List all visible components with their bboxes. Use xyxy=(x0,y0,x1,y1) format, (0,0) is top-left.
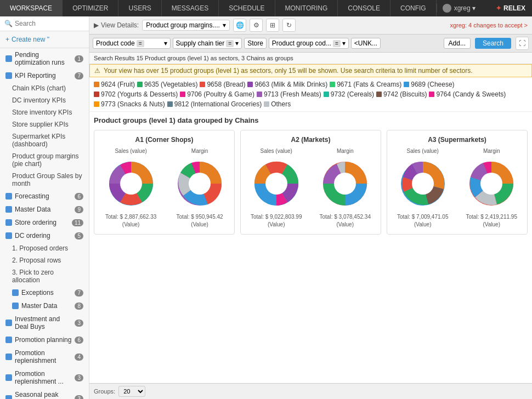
legend-area: 9624 (Fruit) 9635 (Vegetables) 9658 (Bre… xyxy=(89,77,532,112)
sidebar-item-supermarket-kpis[interactable]: Supermarket KPIs (dashboard) xyxy=(0,130,89,150)
groups-select[interactable]: 10 20 50 100 xyxy=(118,386,145,397)
grid-icon-button[interactable]: ⊞ xyxy=(266,19,279,32)
legend-color-dot xyxy=(264,101,269,107)
main-area: 🔍 ⚙ + Create new " Pending optimization … xyxy=(0,16,532,399)
legend-color-dot xyxy=(167,101,173,107)
sidebar-item-promotion-planning[interactable]: Promotion planning 6 xyxy=(0,333,89,346)
legend-item: 9624 (Fruit) xyxy=(94,81,135,88)
nav-tab-workspace[interactable]: WORKSPACE xyxy=(0,0,63,16)
sidebar-item-store-supplier[interactable]: Store supplier KPIs xyxy=(0,118,89,130)
chain-title-a1: A1 (Corner Shops) xyxy=(100,136,229,144)
legend-color-dot xyxy=(404,82,409,87)
warning-text: Your view has over 15 product groups (le… xyxy=(104,67,473,75)
legend-item: 9663 (Milk & Milk Drinks) xyxy=(247,81,327,88)
sidebar-item-count: 9 xyxy=(75,206,83,213)
settings-icon-button[interactable]: ⚙ xyxy=(250,19,263,32)
top-navigation: WORKSPACE OPTIMIZER USERS MESSAGES SCHED… xyxy=(0,0,532,16)
pie-col-margin-a1: Margin Total: $ 950, xyxy=(171,148,229,229)
margin-pie-a2 xyxy=(318,156,372,211)
sidebar-item-chain-kpis[interactable]: Chain KPIs (chart) xyxy=(0,82,89,94)
filter-product-code[interactable]: Product code = ▾ xyxy=(93,38,171,49)
sidebar-item-count: 3 xyxy=(75,320,83,327)
sidebar-item-product-group-sales[interactable]: Product Group Sales by month xyxy=(0,170,89,190)
margin-label-a1: Margin xyxy=(191,148,208,154)
sidebar-item-label: Pending optimization runs xyxy=(15,51,75,66)
create-new-button[interactable]: + Create new " xyxy=(0,31,89,48)
filter-store[interactable]: Store xyxy=(244,38,267,49)
sales-total-a3: Total: $ 7,009,471.05 (Value) xyxy=(393,213,453,229)
create-new-label: Create new " xyxy=(12,36,49,43)
nav-tab-console[interactable]: CONSOLE xyxy=(338,0,390,16)
sidebar-item-promotion-replenishment[interactable]: Promotion replenishment 4 xyxy=(0,346,89,367)
sidebar-item-pending-optimization[interactable]: Pending optimization runs 1 xyxy=(0,48,89,69)
sidebar-item-label: Promotion replenishment ... xyxy=(15,370,75,385)
filter-unk[interactable]: <UNK... xyxy=(351,38,381,49)
filter-supply-chain-tier[interactable]: Supply chain tier = ▾ xyxy=(173,38,242,49)
chart-section: Product groups (level 1) data grouped by… xyxy=(89,112,532,383)
filter-label: Product group cod... xyxy=(272,39,331,47)
sidebar-item-seasonal-peak[interactable]: Seasonal peak planning 3 xyxy=(0,388,89,399)
status-bar: Search Results 15 Product groups (level … xyxy=(89,53,532,64)
sidebar-item-product-group-margins[interactable]: Product group margins (pie chart) xyxy=(0,150,89,170)
legend-color-dot xyxy=(200,82,205,87)
filter-product-group-code[interactable]: Product group cod... = ▾ xyxy=(269,38,349,49)
sidebar-item-forecasting[interactable]: Forecasting 6 xyxy=(0,190,89,203)
sidebar-item-master-data-sub[interactable]: Master Data 8 xyxy=(0,299,89,312)
legend-item-label: 9764 (Candy & Sweets) xyxy=(436,90,506,98)
sidebar-item-dc-inventory[interactable]: DC inventory KPIs xyxy=(0,94,89,106)
refresh-icon-button[interactable]: ↻ xyxy=(282,19,296,32)
plus-icon: + xyxy=(5,36,9,43)
nav-tab-schedule[interactable]: SCHEDULE xyxy=(219,0,275,16)
nav-tab-users[interactable]: USERS xyxy=(118,0,161,16)
nav-tab-monitoring[interactable]: MONITORING xyxy=(275,0,338,16)
folder-icon xyxy=(12,303,19,309)
nav-tab-messages[interactable]: MESSAGES xyxy=(162,0,219,16)
legend-item: 9635 (Vegetables) xyxy=(137,81,197,88)
sidebar-item-investment-deal[interactable]: Investment and Deal Buys 3 xyxy=(0,312,89,333)
filter-bar: Product code = ▾ Supply chain tier = ▾ S… xyxy=(89,35,532,53)
sidebar-item-store-inventory[interactable]: Store inventory KPIs xyxy=(0,106,89,118)
sidebar-item-kpi-reporting[interactable]: KPI Reporting 7 xyxy=(0,69,89,82)
sidebar-item-exceptions[interactable]: Exceptions 7 xyxy=(0,286,89,299)
sidebar-item-pick-to-zero[interactable]: 3. Pick to zero allocation xyxy=(0,266,89,286)
filter-op: = xyxy=(137,40,144,47)
sidebar-item-label: Store supplier KPIs xyxy=(12,121,69,128)
sidebar-item-count: 7 xyxy=(75,72,83,79)
legend-item-label: 9671 (Fats & Creams) xyxy=(337,81,401,88)
sidebar-item-count: 5 xyxy=(75,232,83,240)
pie-row-a3: Sales (value) Total: xyxy=(393,148,522,229)
changes-label[interactable]: xgreg: 4 changes to accept > xyxy=(450,22,528,29)
nav-tab-config[interactable]: CONFIG xyxy=(390,0,437,16)
bottom-bar: Groups: 10 20 50 100 xyxy=(89,383,532,399)
nav-tab-optimizer[interactable]: OPTIMIZER xyxy=(63,0,118,16)
legend-item: 9742 (Biscuits) xyxy=(376,90,427,98)
globe-icon-button[interactable]: 🌐 xyxy=(233,19,246,32)
pie-row-a1: Sales (value) xyxy=(100,148,229,229)
legend-color-dot xyxy=(257,92,262,97)
user-menu[interactable]: xgreg ▾ xyxy=(437,4,481,13)
legend-item-label: 9742 (Biscuits) xyxy=(383,90,427,98)
legend-color-dot xyxy=(324,92,329,97)
sales-label-a3: Sales (value) xyxy=(407,148,439,154)
filter-label: Supply chain tier xyxy=(176,39,225,47)
margin-pie-a1 xyxy=(172,156,227,211)
svg-point-3 xyxy=(189,173,211,195)
legend-item-label: 9658 (Bread) xyxy=(207,81,245,88)
legend-item: 9732 (Cereals) xyxy=(324,90,374,98)
sidebar-item-proposal-rows[interactable]: 2. Proposal rows xyxy=(0,254,89,266)
sidebar-item-proposed-orders[interactable]: 1. Proposed orders xyxy=(0,242,89,254)
sidebar-item-dc-ordering[interactable]: DC ordering 5 xyxy=(0,229,89,242)
sales-pie-a2 xyxy=(249,156,304,211)
search-button[interactable]: Search xyxy=(475,38,511,49)
filter-label: Store xyxy=(247,39,263,47)
sidebar-item-promotion-replenishment-2[interactable]: Promotion replenishment ... 3 xyxy=(0,367,89,388)
search-input[interactable] xyxy=(15,20,89,27)
legend-item-label: Others xyxy=(271,100,291,108)
expand-results-button[interactable]: ⛶ xyxy=(516,37,529,50)
sidebar-item-store-ordering[interactable]: Store ordering 11 xyxy=(0,216,89,229)
view-dropdown[interactable]: Product group margins.... ▾ xyxy=(142,20,230,31)
add-filter-button[interactable]: Add... xyxy=(444,38,471,49)
sidebar-item-label: Product group margins (pie chart) xyxy=(12,152,78,168)
sales-label-a2: Sales (value) xyxy=(261,148,292,154)
sidebar-item-master-data[interactable]: Master Data 9 xyxy=(0,203,89,216)
